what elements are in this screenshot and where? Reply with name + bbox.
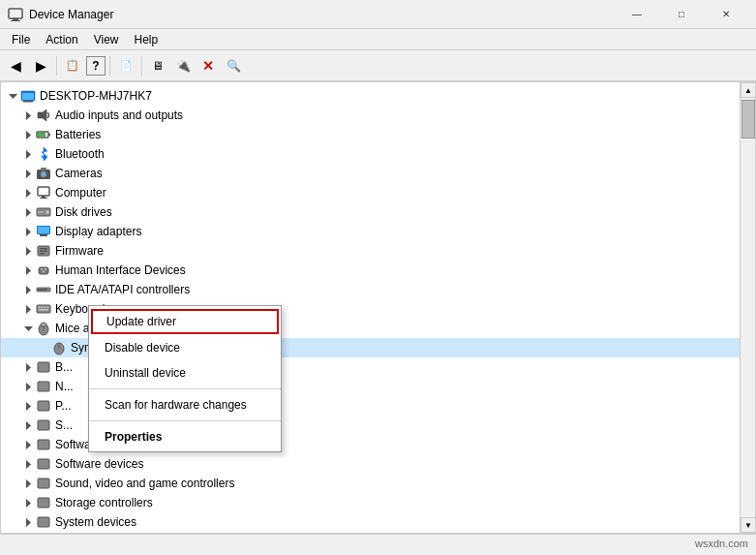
- tree-label-computer: Computer: [55, 186, 106, 200]
- properties-button[interactable]: 📋: [61, 54, 84, 77]
- tree-item-root[interactable]: DESKTOP-MHJ7HK7: [1, 86, 740, 106]
- svg-point-17: [42, 172, 45, 176]
- svg-rect-35: [40, 253, 45, 255]
- context-menu-separator-sep2: [89, 420, 281, 421]
- expand-icon-disk-drives[interactable]: [20, 204, 36, 220]
- svg-point-25: [45, 210, 49, 214]
- tree-icon-item-n: [36, 379, 51, 394]
- tree-icon-root: [20, 88, 36, 104]
- menu-help[interactable]: Help: [127, 31, 166, 48]
- tree-label-sound: Sound, video and game controllers: [55, 477, 234, 490]
- svg-marker-27: [26, 228, 31, 236]
- tree-item-computer[interactable]: Computer: [1, 183, 740, 202]
- expand-icon-system[interactable]: [20, 514, 36, 530]
- scroll-up-arrow[interactable]: ▲: [741, 82, 756, 98]
- expand-icon-mice[interactable]: [20, 321, 36, 336]
- svg-marker-73: [26, 479, 31, 488]
- expand-icon-display-adapters[interactable]: [20, 224, 36, 239]
- svg-rect-51: [42, 307, 44, 309]
- context-menu-item-disable-device[interactable]: Disable device: [89, 335, 281, 360]
- tree-icon-item-s: [36, 417, 51, 433]
- monitor-button[interactable]: 🖥: [146, 54, 169, 77]
- expand-icon-item-n[interactable]: [20, 379, 36, 394]
- tree-item-ide[interactable]: IDE ATA/ATAPI controllers: [1, 280, 740, 299]
- context-menu-item-update-driver[interactable]: Update driver: [91, 309, 279, 334]
- main-window: DESKTOP-MHJ7HK7Audio inputs and outputsB…: [0, 81, 756, 534]
- tree-icon-firmware: [36, 243, 51, 259]
- tree-label-system: System devices: [55, 515, 136, 529]
- watermark: wsxdn.com: [695, 538, 748, 549]
- expand-icon-root[interactable]: [5, 88, 20, 104]
- tree-item-batteries[interactable]: Batteries: [1, 125, 740, 144]
- expand-icon-keyboards[interactable]: [20, 301, 36, 317]
- svg-marker-41: [26, 286, 31, 294]
- tree-label-software-devices: Software devices: [55, 457, 143, 471]
- expand-icon-software-devices[interactable]: [20, 456, 36, 472]
- expand-icon-ide[interactable]: [20, 282, 36, 297]
- expand-icon-mice-child1[interactable]: [36, 340, 51, 355]
- expand-icon-storage[interactable]: [20, 495, 36, 510]
- expand-icon-item-b[interactable]: [20, 359, 36, 375]
- help-button[interactable]: ?: [86, 56, 106, 76]
- remove-device-button[interactable]: ✕: [197, 54, 220, 77]
- tree-item-firmware[interactable]: Firmware: [1, 241, 740, 261]
- tree-item-audio[interactable]: Audio inputs and outputs: [1, 106, 740, 125]
- tree-item-cameras[interactable]: Cameras: [1, 164, 740, 183]
- tree-item-software-devices[interactable]: Software devices: [1, 454, 740, 474]
- expand-icon-computer[interactable]: [20, 185, 36, 200]
- maximize-button[interactable]: □: [659, 0, 704, 29]
- tree-label-ide: IDE ATA/ATAPI controllers: [55, 283, 190, 296]
- minimize-button[interactable]: —: [615, 0, 659, 29]
- svg-rect-47: [45, 289, 47, 291]
- expand-icon-item-p[interactable]: [20, 398, 36, 414]
- forward-button[interactable]: ▶: [29, 54, 52, 77]
- tree-item-sound[interactable]: Sound, video and game controllers: [1, 474, 740, 493]
- tree-item-usb[interactable]: Universal Serial Bus controllers: [1, 532, 740, 533]
- expand-icon-batteries[interactable]: [20, 127, 36, 142]
- svg-rect-50: [39, 307, 41, 309]
- tree-label-display-adapters: Display adapters: [55, 225, 141, 238]
- context-menu-item-scan[interactable]: Scan for hardware changes: [89, 392, 281, 417]
- close-button[interactable]: ✕: [704, 0, 748, 29]
- svg-rect-22: [40, 198, 47, 199]
- svg-rect-34: [40, 251, 47, 253]
- svg-marker-9: [26, 131, 31, 139]
- tree-item-system[interactable]: System devices: [1, 512, 740, 532]
- expand-icon-bluetooth[interactable]: [20, 146, 36, 162]
- svg-rect-21: [42, 196, 45, 198]
- add-hardware-button[interactable]: 🔌: [171, 54, 195, 77]
- menu-view[interactable]: View: [86, 31, 127, 48]
- tree-item-storage[interactable]: Storage controllers: [1, 493, 740, 512]
- svg-marker-31: [26, 247, 31, 256]
- svg-rect-53: [47, 307, 49, 309]
- expand-icon-hid[interactable]: [20, 262, 36, 278]
- context-menu-item-uninstall-device[interactable]: Uninstall device: [89, 360, 281, 385]
- expand-icon-item-s[interactable]: [20, 417, 36, 433]
- tree-label-cameras: Cameras: [55, 167, 103, 180]
- expand-icon-firmware[interactable]: [20, 243, 36, 259]
- scroll-down-arrow[interactable]: ▼: [741, 517, 756, 533]
- scroll-track[interactable]: [741, 98, 755, 517]
- svg-rect-6: [22, 93, 34, 100]
- expand-icon-cameras[interactable]: [20, 166, 36, 181]
- scan-button[interactable]: 🔍: [222, 54, 245, 77]
- tree-icon-software-devices: [36, 456, 51, 472]
- svg-rect-66: [38, 401, 49, 411]
- expand-icon-sound[interactable]: [20, 476, 36, 491]
- tree-item-display-adapters[interactable]: Display adapters: [1, 222, 740, 241]
- tree-item-bluetooth[interactable]: Bluetooth: [1, 144, 740, 164]
- back-button[interactable]: ◀: [4, 54, 27, 77]
- menu-file[interactable]: File: [4, 31, 38, 48]
- svg-rect-70: [38, 440, 49, 449]
- scrollbar[interactable]: ▲ ▼: [740, 82, 755, 533]
- scroll-thumb[interactable]: [741, 100, 755, 139]
- menu-action[interactable]: Action: [38, 31, 85, 48]
- tree-item-hid[interactable]: Human Interface Devices: [1, 261, 740, 280]
- context-menu-item-properties[interactable]: Properties: [89, 424, 281, 449]
- driver-info-button[interactable]: 📄: [114, 54, 137, 77]
- context-menu: Update driverDisable deviceUninstall dev…: [88, 305, 282, 452]
- expand-icon-audio[interactable]: [20, 108, 36, 123]
- tree-icon-display-adapters: [36, 224, 51, 239]
- expand-icon-software-components[interactable]: [20, 437, 36, 452]
- tree-item-disk-drives[interactable]: Disk drives: [1, 202, 740, 222]
